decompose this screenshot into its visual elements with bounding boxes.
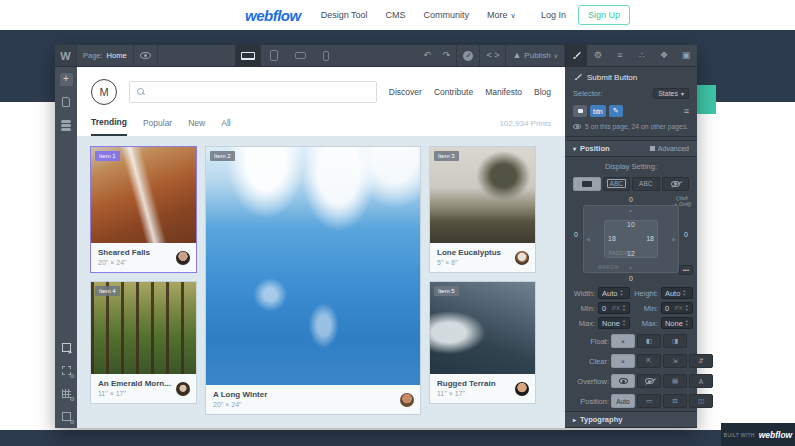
display-block-button[interactable] bbox=[573, 177, 601, 191]
tab-style-panel[interactable] bbox=[565, 45, 587, 66]
advanced-toggle[interactable]: Advanced bbox=[650, 145, 689, 152]
search-input[interactable] bbox=[129, 81, 377, 103]
site-logo-avatar[interactable]: M bbox=[91, 79, 117, 105]
margin-left-value[interactable]: 0 bbox=[574, 231, 578, 238]
guides-settings-button[interactable] bbox=[59, 363, 73, 377]
style-manager-icon[interactable]: ≡ bbox=[684, 107, 689, 116]
tab-new[interactable]: New bbox=[188, 118, 205, 135]
box-model-options-button[interactable]: ••• bbox=[679, 265, 693, 275]
tab-settings-panel[interactable]: ⚙ bbox=[587, 45, 609, 66]
tab-element-settings[interactable]: ≡ bbox=[609, 45, 631, 66]
display-none-button[interactable] bbox=[662, 177, 690, 191]
margin-box[interactable]: ▲ ▼ ◀ ▶ MARGIN 10 18 18 12 PADDING bbox=[583, 205, 679, 273]
element-type-chip[interactable] bbox=[573, 105, 587, 117]
page-selector[interactable]: Page: Home bbox=[77, 45, 134, 66]
tab-components[interactable]: ❖ bbox=[653, 45, 675, 66]
position-absolute-button[interactable]: ⊡ bbox=[663, 394, 687, 408]
pages-button[interactable] bbox=[59, 95, 73, 109]
preview-button[interactable] bbox=[134, 45, 158, 66]
float-left-button[interactable]: ◧ bbox=[637, 334, 661, 348]
undo-button[interactable]: ↶ bbox=[417, 45, 437, 66]
height-input[interactable]: Auto▲▼ bbox=[661, 287, 693, 299]
position-section-header[interactable]: ▾ Position Advanced bbox=[565, 140, 697, 157]
edit-class-chip[interactable]: ✎ bbox=[609, 105, 623, 117]
min-width-input[interactable]: 0PX▲▼ bbox=[598, 302, 630, 314]
class-chip-btn[interactable]: btn bbox=[590, 105, 606, 117]
width-input[interactable]: Auto▲▼ bbox=[598, 287, 630, 299]
device-mobile-landscape-button[interactable] bbox=[287, 45, 313, 66]
avatar[interactable] bbox=[515, 382, 529, 396]
display-inline-block-button[interactable]: ABC bbox=[603, 177, 631, 191]
built-with-webflow-badge[interactable]: BUILT WITH webflow bbox=[721, 423, 795, 446]
padding-top-value[interactable]: 10 bbox=[605, 221, 657, 228]
states-dropdown[interactable]: States ▾ bbox=[653, 88, 689, 99]
padding-right-value[interactable]: 18 bbox=[646, 235, 654, 242]
tab-interactions[interactable]: ∴ bbox=[631, 45, 653, 66]
card-rugged-terrain[interactable]: Item 5 Rugged Terrain 11" × 17" bbox=[429, 281, 536, 404]
float-right-button[interactable]: ◨ bbox=[663, 334, 687, 348]
login-link[interactable]: Log In bbox=[541, 10, 566, 20]
stepper-icon[interactable]: ▲▼ bbox=[619, 289, 623, 297]
nav-design-tool[interactable]: Design Tool bbox=[321, 10, 368, 20]
avatar[interactable] bbox=[176, 382, 190, 396]
save-status-button[interactable]: ✓ bbox=[457, 45, 480, 66]
card-emerald-morn[interactable]: Item 4 An Emerald Morn... 11" × 17" bbox=[90, 281, 197, 404]
canvas-settings-button[interactable] bbox=[59, 409, 73, 423]
stepper-icon[interactable]: ▲▼ bbox=[622, 304, 626, 312]
clear-none-button[interactable]: × bbox=[611, 354, 635, 368]
position-auto-button[interactable]: Auto bbox=[611, 394, 635, 408]
nav-cms[interactable]: CMS bbox=[386, 10, 406, 20]
select-mode-button[interactable] bbox=[59, 340, 73, 354]
publish-button[interactable]: ▲ Publish ∨ bbox=[506, 45, 565, 66]
overflow-hidden-button[interactable] bbox=[637, 374, 661, 388]
redo-button[interactable]: ↷ bbox=[437, 45, 458, 66]
margin-bottom-value[interactable]: 0 bbox=[573, 275, 689, 282]
margin-top-value[interactable]: 0 bbox=[573, 196, 689, 203]
webflow-w-logo[interactable]: W bbox=[55, 45, 77, 66]
typography-section-header[interactable]: ▸ Typography bbox=[565, 411, 697, 428]
min-height-input[interactable]: 0PX▲▼ bbox=[661, 302, 693, 314]
clear-both-button[interactable]: ⇵ bbox=[689, 354, 713, 368]
card-lone-eucalyptus[interactable]: Item 3 Lone Eucalyptus 5" × 8" bbox=[429, 146, 536, 273]
avatar[interactable] bbox=[400, 393, 414, 407]
max-width-input[interactable]: None▲▼ bbox=[598, 317, 630, 329]
device-mobile-button[interactable] bbox=[313, 45, 339, 66]
position-fixed-button[interactable]: ◫ bbox=[689, 394, 713, 408]
overflow-visible-button[interactable] bbox=[611, 374, 635, 388]
overflow-scroll-button[interactable]: ▤ bbox=[663, 374, 687, 388]
webflow-logo[interactable]: webflow bbox=[245, 7, 301, 24]
overflow-auto-button[interactable]: A bbox=[689, 374, 713, 388]
padding-box[interactable]: 10 18 18 12 PADDING bbox=[604, 220, 658, 258]
tab-asset-settings[interactable]: ▣ bbox=[675, 45, 697, 66]
max-height-input[interactable]: None▲▼ bbox=[661, 317, 693, 329]
card-sheared-falls[interactable]: Item 1 Sheared Falls 20" × 24" bbox=[90, 146, 197, 273]
clear-right-button[interactable]: ⇲ bbox=[663, 354, 687, 368]
avatar[interactable] bbox=[176, 251, 190, 265]
device-tablet-button[interactable] bbox=[261, 45, 287, 66]
collections-button[interactable] bbox=[59, 118, 73, 132]
signup-button[interactable]: Sign Up bbox=[578, 5, 630, 25]
nav-community[interactable]: Community bbox=[424, 10, 470, 20]
site-nav-blog[interactable]: Blog bbox=[534, 87, 551, 97]
position-relative-button[interactable]: ▭ bbox=[637, 394, 661, 408]
margin-right-value[interactable]: 0 bbox=[684, 231, 688, 238]
stepper-icon[interactable]: ▲▼ bbox=[685, 304, 689, 312]
export-code-button[interactable]: < > bbox=[480, 45, 506, 66]
card-long-winter[interactable]: Item 2 A Long Winter 20" × 24" bbox=[205, 146, 421, 415]
site-nav-manifesto[interactable]: Manifesto bbox=[485, 87, 522, 97]
tab-all[interactable]: All bbox=[221, 118, 230, 135]
display-inline-button[interactable]: ABC bbox=[632, 177, 660, 191]
tab-trending[interactable]: Trending bbox=[91, 117, 127, 136]
grid-settings-button[interactable] bbox=[59, 386, 73, 400]
tab-popular[interactable]: Popular bbox=[143, 118, 172, 135]
stepper-icon[interactable]: ▲▼ bbox=[682, 289, 686, 297]
site-nav-contribute[interactable]: Contribute bbox=[434, 87, 473, 97]
stepper-icon[interactable]: ▲▼ bbox=[685, 319, 689, 327]
site-nav-discover[interactable]: Discover bbox=[389, 87, 422, 97]
add-element-button[interactable]: + bbox=[59, 72, 73, 86]
avatar[interactable] bbox=[515, 251, 529, 265]
float-none-button[interactable]: × bbox=[611, 334, 635, 348]
padding-left-value[interactable]: 18 bbox=[608, 235, 616, 242]
device-desktop-button[interactable] bbox=[235, 45, 261, 66]
clear-left-button[interactable]: ⇱ bbox=[637, 354, 661, 368]
